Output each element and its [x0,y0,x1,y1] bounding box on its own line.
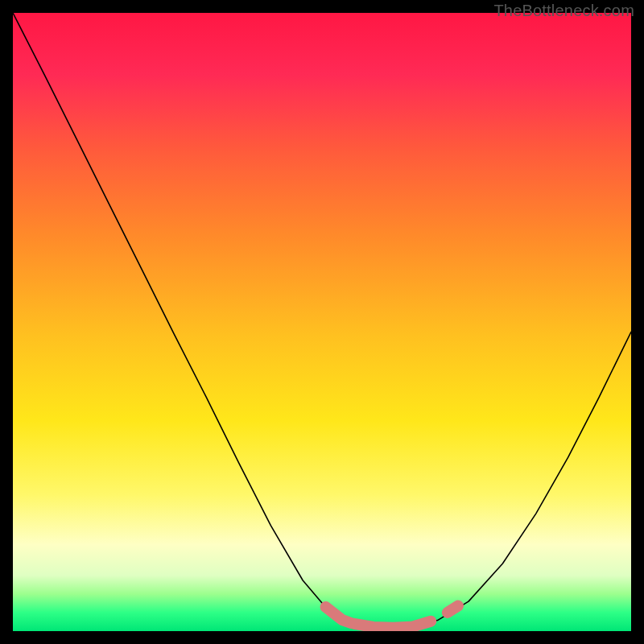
optimal-region-markers [326,606,458,628]
optimal-marker-left [326,607,351,623]
optimal-marker-flat [354,621,431,628]
curve-layer [13,13,631,628]
optimal-marker-right [448,606,458,613]
plot-area [13,13,631,631]
bottleneck-curve-plot [13,13,631,631]
chart-stage: TheBottleneck.com [0,0,644,644]
bottleneck-curve [13,13,631,628]
attribution-label: TheBottleneck.com [493,2,634,20]
